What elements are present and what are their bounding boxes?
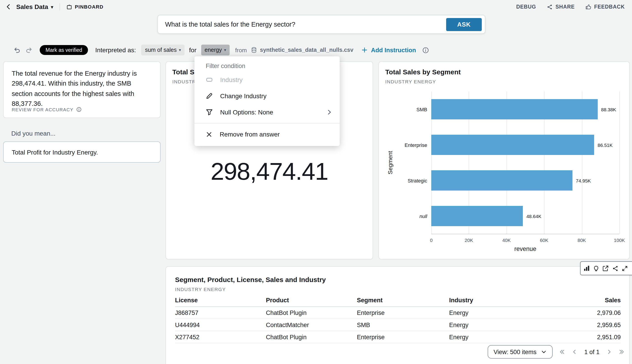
cell: 2,959.65 bbox=[545, 319, 621, 331]
ask-button[interactable]: ASK bbox=[446, 18, 482, 31]
cell: Energy bbox=[449, 306, 545, 319]
menu-item-change-industry[interactable]: Change Industry bbox=[194, 88, 340, 104]
value-label: 74.95K bbox=[576, 178, 591, 183]
gridline bbox=[619, 92, 620, 234]
view-items-select[interactable]: View: 500 items bbox=[488, 345, 553, 358]
x-tick: 80K bbox=[578, 238, 586, 243]
share-icon bbox=[547, 4, 553, 10]
x-tick: 60K bbox=[540, 238, 548, 243]
cell: Energy bbox=[449, 331, 545, 343]
cell: ChatBot Plugin bbox=[266, 331, 357, 343]
expand-icon[interactable] bbox=[620, 262, 629, 274]
col-header: Industry bbox=[449, 294, 545, 306]
menu-item-label: Change Industry bbox=[220, 92, 266, 100]
kebab-menu-icon[interactable] bbox=[629, 262, 632, 274]
did-you-mean-label: Did you mean... bbox=[11, 130, 56, 137]
chevron-down-icon: ▾ bbox=[51, 4, 53, 9]
add-instruction-button[interactable]: Add Instruction bbox=[362, 47, 416, 54]
menu-divider bbox=[194, 123, 340, 124]
col-header: License bbox=[175, 294, 266, 306]
table-card: Segment, Product, License, Sales and Ind… bbox=[165, 266, 630, 364]
info-icon[interactable] bbox=[76, 107, 82, 112]
table-row: X277452 ChatBot Plugin Enterprise Energy… bbox=[175, 331, 621, 343]
cell: ContactMatcher bbox=[266, 319, 357, 331]
bar-row: Strategic 74.95K bbox=[431, 163, 619, 198]
pinboard-button[interactable]: PINBOARD bbox=[66, 4, 104, 10]
cell: Enterprise bbox=[357, 331, 449, 343]
cell: Energy bbox=[449, 319, 545, 331]
mark-verified-button[interactable]: Mark as verified bbox=[40, 45, 88, 55]
category-label: null bbox=[419, 213, 427, 219]
share-icon[interactable] bbox=[610, 262, 620, 274]
cell: SMB bbox=[357, 319, 449, 331]
ask-bar: ASK bbox=[157, 15, 485, 34]
undo-icon[interactable] bbox=[14, 46, 21, 54]
col-header: Product bbox=[266, 294, 357, 306]
interpreted-as-label: Interpreted as: bbox=[95, 46, 136, 54]
x-tick: 20K bbox=[465, 238, 473, 243]
menu-item-label: Remove from answer bbox=[220, 131, 280, 138]
dataset-title-dropdown[interactable]: Sales Data ▾ bbox=[16, 3, 53, 10]
add-instruction-label: Add Instruction bbox=[371, 47, 416, 54]
debug-label: DEBUG bbox=[516, 4, 536, 10]
funnel-icon bbox=[206, 108, 213, 116]
x-axis-ticks: 0 20K 40K 60K 80K 100K bbox=[431, 238, 619, 244]
prev-page-icon[interactable] bbox=[571, 349, 578, 355]
redo-icon[interactable] bbox=[25, 46, 33, 54]
insight-bulb-icon[interactable] bbox=[591, 262, 601, 274]
divider bbox=[60, 3, 60, 10]
menu-item-label: Null Options: None bbox=[220, 108, 273, 116]
metric-pill-label: sum of sales bbox=[145, 47, 177, 53]
from-label: from bbox=[235, 47, 247, 54]
chart-plot: SMB 88.38K Enterprise 86.51K Strategic 7… bbox=[431, 92, 619, 234]
bar-row: Enterprise 86.51K bbox=[431, 127, 619, 163]
chart-type-icon[interactable] bbox=[582, 262, 591, 274]
answer-summary-text: The total revenue for the Energy industr… bbox=[12, 68, 152, 109]
table-row: J868757 ChatBot Plugin Enterprise Energy… bbox=[175, 306, 621, 319]
menu-item-industry[interactable]: Industry bbox=[194, 72, 340, 88]
last-page-icon[interactable] bbox=[618, 349, 625, 355]
category-label: Strategic bbox=[407, 178, 427, 183]
answer-summary-card: The total revenue for the Energy industr… bbox=[3, 61, 161, 118]
col-header: Segment bbox=[357, 294, 449, 306]
debug-button[interactable]: DEBUG bbox=[516, 4, 536, 10]
value-label: 48.64K bbox=[526, 213, 542, 219]
menu-item-remove-from-answer[interactable]: Remove from answer bbox=[194, 126, 340, 142]
share-label: SHARE bbox=[556, 4, 575, 10]
menu-header: Filter condition bbox=[194, 60, 340, 72]
bar-row: SMB 88.38K bbox=[431, 92, 619, 127]
first-page-icon[interactable] bbox=[559, 349, 565, 355]
review-for-accuracy: REVIEW FOR ACCURACY bbox=[12, 107, 82, 112]
filter-pill[interactable]: energy ▾ bbox=[201, 44, 230, 56]
cell: 2,951.09 bbox=[545, 331, 621, 343]
bar-enterprise[interactable] bbox=[431, 135, 594, 155]
feedback-button[interactable]: FEEDBACK bbox=[585, 4, 625, 10]
kpi-value: 298,474.41 bbox=[166, 157, 373, 185]
bar-smb[interactable] bbox=[431, 99, 597, 120]
menu-item-null-options[interactable]: Null Options: None bbox=[194, 104, 340, 120]
table-title: Segment, Product, License, Sales and Ind… bbox=[175, 276, 326, 283]
table-header-row: License Product Segment Industry Sales bbox=[175, 294, 621, 306]
view-items-label: View: 500 items bbox=[494, 348, 536, 355]
chart-title: Total Sales by Segment bbox=[385, 68, 461, 76]
question-input[interactable] bbox=[164, 20, 446, 28]
chevron-down-icon: ▾ bbox=[224, 48, 226, 52]
back-icon[interactable] bbox=[5, 3, 13, 11]
widget-toolbar bbox=[580, 261, 632, 275]
share-button[interactable]: SHARE bbox=[547, 4, 575, 10]
bar-null[interactable] bbox=[431, 206, 523, 226]
menu-item-label: Industry bbox=[220, 76, 243, 83]
export-icon[interactable] bbox=[601, 262, 610, 274]
next-page-icon[interactable] bbox=[606, 349, 612, 355]
info-icon[interactable] bbox=[422, 47, 429, 54]
cell: U444994 bbox=[175, 319, 266, 331]
pagination: View: 500 items 1 of 1 bbox=[488, 345, 625, 358]
bar-strategic[interactable] bbox=[431, 170, 572, 190]
pencil-icon bbox=[206, 92, 213, 100]
value-label: 88.38K bbox=[601, 106, 616, 112]
cell: X277452 bbox=[175, 331, 266, 343]
metric-pill[interactable]: sum of sales ▾ bbox=[141, 44, 184, 56]
suggestion-card[interactable]: Total Profit for Industry Energy. bbox=[3, 142, 161, 163]
topbar-actions: DEBUG SHARE FEEDBACK bbox=[516, 4, 625, 10]
filter-dropdown-menu: Filter condition Industry Change Industr… bbox=[194, 56, 340, 146]
